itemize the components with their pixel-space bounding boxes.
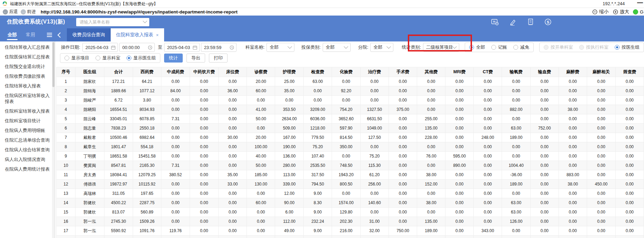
time-to-input[interactable] bbox=[203, 45, 230, 50]
column-header[interactable]: 合计 bbox=[104, 67, 133, 77]
table-row[interactable]: 180.000.000.000.000.000.000.000.000.000.… bbox=[57, 236, 644, 238]
column-header[interactable]: 麻醉相关 bbox=[587, 67, 616, 77]
sidebar-item[interactable]: 在院病人费用统计报表 bbox=[0, 166, 55, 172]
table-row[interactable]: 12傅德强19872.9710115.920.000.0033.00130.00… bbox=[57, 180, 644, 189]
sidebar-item[interactable]: 住院汇总清单综合查询 bbox=[0, 137, 55, 143]
radio-option[interactable]: 按医生组 bbox=[615, 44, 640, 50]
zoom-out-label[interactable]: 缩小 bbox=[599, 9, 608, 15]
tab-1[interactable]: 收费员综合查询 bbox=[67, 28, 111, 41]
stat-button[interactable]: 统计 bbox=[164, 54, 183, 63]
tab-close-icon[interactable]: × bbox=[156, 32, 159, 38]
column-header[interactable]: 手术费 bbox=[389, 67, 417, 77]
radio-option[interactable]: 按开单科室 bbox=[544, 44, 573, 50]
column-header[interactable]: 序号 bbox=[57, 67, 76, 77]
table-row[interactable]: 4陈晓阳16554.518034.930.000.000.0041.00353.… bbox=[57, 105, 644, 114]
column-header[interactable]: 检查费 bbox=[303, 67, 332, 77]
table-row[interactable]: 13高瑞林311.05197.650.000.000.000.0012.009.… bbox=[57, 189, 644, 198]
sidebar-item[interactable]: 住院结算收入报表 bbox=[0, 83, 55, 89]
print-button[interactable]: 打印 bbox=[209, 54, 228, 63]
column-header[interactable]: 中药饮片费 bbox=[190, 67, 218, 77]
sidebar-item[interactable]: 住院病区科室结算收入报表 bbox=[0, 93, 55, 104]
date-to-field[interactable] bbox=[164, 43, 200, 52]
column-header[interactable]: 护理费 bbox=[275, 67, 303, 77]
sidebar-item[interactable]: 住院收费员缴款报表 bbox=[0, 73, 55, 79]
export-button[interactable]: 导出 bbox=[187, 54, 205, 63]
stat-type-select[interactable]: 二级核算项目 bbox=[423, 43, 459, 52]
column-header[interactable]: 输血费 bbox=[530, 67, 559, 77]
radio-option[interactable]: 显示医生组 bbox=[127, 55, 156, 61]
tab-2[interactable]: 住院科室收入报表× bbox=[111, 28, 164, 41]
sidebar-item[interactable]: 住院科室项目统计 bbox=[0, 118, 55, 124]
menu-list-icon[interactable] bbox=[47, 28, 52, 41]
column-header[interactable]: 其他费 bbox=[417, 67, 445, 77]
switch-user-icon[interactable]: S bbox=[544, 18, 552, 26]
radio-option[interactable]: 显示项目 bbox=[64, 55, 89, 61]
time-from-input[interactable] bbox=[122, 45, 148, 50]
sidebar-scroll-thumb[interactable] bbox=[52, 42, 54, 87]
zoom-out-icon[interactable] bbox=[592, 9, 597, 15]
back-button[interactable]: ← 后退 bbox=[3, 9, 18, 15]
table-row[interactable]: 1陈家欣172.2164.210.000.000.0020.0025.0063.… bbox=[57, 77, 644, 86]
table-row[interactable]: 7戴毅君10500.466982.640.000.0030.0020.00167… bbox=[57, 133, 644, 142]
table-row[interactable]: 14郭健欣4500.222287.750.000.000.0060.0090.0… bbox=[57, 198, 644, 208]
date-to-input[interactable] bbox=[167, 45, 193, 50]
column-header[interactable]: 筛查费 bbox=[615, 67, 644, 77]
column-header[interactable]: 治疗费 bbox=[360, 67, 389, 77]
table-row[interactable]: 5陈云峰33045.016078.857.310.000.0050.002634… bbox=[57, 114, 644, 124]
column-header[interactable]: 输氧费 bbox=[502, 67, 530, 77]
column-header[interactable]: CT费 bbox=[474, 67, 502, 77]
sign-gesture-icon[interactable] bbox=[509, 19, 517, 26]
date-from-field[interactable] bbox=[82, 43, 118, 52]
menu-group-common[interactable]: 常用 bbox=[24, 28, 37, 41]
time-to-field[interactable] bbox=[201, 43, 237, 52]
calendar-icon[interactable] bbox=[193, 45, 197, 50]
sidebar-item[interactable]: 病人出入院情况查询 bbox=[0, 156, 55, 162]
column-header[interactable]: 中成药费 bbox=[161, 67, 190, 77]
table-row[interactable]: 11房太勇18084.4112079.25380.520.0035.00185.… bbox=[57, 170, 644, 180]
minimize-button[interactable]: — bbox=[637, 0, 643, 6]
menu-group-all[interactable]: 全部 bbox=[6, 28, 18, 41]
table-row[interactable]: 15郭健欣813.07560.890.000.000.000.006.009.0… bbox=[57, 208, 644, 217]
clock-icon[interactable] bbox=[230, 45, 234, 50]
radio-option[interactable]: 全部 bbox=[469, 44, 485, 50]
sidebar-item[interactable]: 住院结算收入汇总报表 bbox=[0, 44, 55, 50]
zoom-in-icon[interactable] bbox=[613, 9, 618, 15]
menu-search-box[interactable] bbox=[76, 18, 149, 26]
column-header[interactable]: 医生组 bbox=[75, 67, 104, 77]
column-header[interactable]: 麻醉费 bbox=[559, 67, 587, 77]
sidebar-scrollbar[interactable] bbox=[52, 41, 55, 238]
column-header[interactable]: 化验费 bbox=[332, 67, 360, 77]
sidebar-item[interactable]: 住院病人费用明细账 bbox=[0, 127, 55, 133]
menu-search-input[interactable] bbox=[79, 19, 143, 25]
si-card-icon[interactable]: SI bbox=[491, 19, 499, 26]
column-header[interactable]: 床位费 bbox=[219, 67, 247, 77]
table-row[interactable]: 9丁明骥18651.5815451.580.000.000.0040.00136… bbox=[57, 152, 644, 161]
column-header[interactable]: MRI费 bbox=[445, 67, 474, 77]
chevron-down-icon[interactable] bbox=[143, 19, 147, 23]
collapse-left-icon[interactable] bbox=[58, 32, 63, 38]
sidebar-item[interactable]: 住院科室结算收入报表 bbox=[0, 108, 55, 114]
clock-icon[interactable] bbox=[148, 45, 152, 50]
forward-button[interactable]: → 前进 bbox=[21, 9, 36, 15]
table-row[interactable]: 3陈峻严6.723.800.000.000.000.000.000.000.00… bbox=[57, 96, 644, 105]
table-row[interactable]: 10樊冀闽8547.812165.307.310.000.0050.00280.… bbox=[57, 161, 644, 170]
receipt-icon[interactable] bbox=[527, 19, 534, 26]
sidebar-item[interactable]: 住院病人综合结算查询 bbox=[0, 147, 55, 153]
time-from-field[interactable] bbox=[119, 43, 155, 52]
radio-option[interactable]: 显示科室 bbox=[95, 55, 120, 61]
sidebar-item[interactable]: 住院预交金退出统计 bbox=[0, 64, 55, 69]
table-row[interactable]: 2陈锦海1889.661077.1284.000.0036.0060.0035.… bbox=[57, 86, 644, 96]
table-row[interactable]: 17郭一泓5590.921091.76119.760.000.000.0049.… bbox=[57, 226, 644, 236]
address-url[interactable]: http://192.168.190.44:8000/his-zysf-new/… bbox=[41, 9, 238, 15]
table-row[interactable]: 16郭一泓2745.301509.260.000.000.000.00112.0… bbox=[57, 217, 644, 226]
zoom-in-label[interactable]: 放大 bbox=[620, 9, 629, 15]
date-from-input[interactable] bbox=[85, 45, 111, 50]
radio-option[interactable]: 按执行科室 bbox=[579, 44, 608, 50]
sidebar-item[interactable]: 住院医保结算汇总报表 bbox=[0, 54, 55, 60]
column-header[interactable]: 西药费 bbox=[133, 67, 161, 77]
dept-select[interactable]: 全部 bbox=[266, 43, 294, 52]
table-row[interactable]: 6陈志量7838.232550.180.000.000.000.00509.00… bbox=[57, 124, 644, 133]
radio-option[interactable]: 减免 bbox=[513, 44, 529, 50]
insure-select[interactable]: 全部 bbox=[323, 43, 351, 52]
radio-option[interactable]: 记账 bbox=[491, 44, 507, 50]
